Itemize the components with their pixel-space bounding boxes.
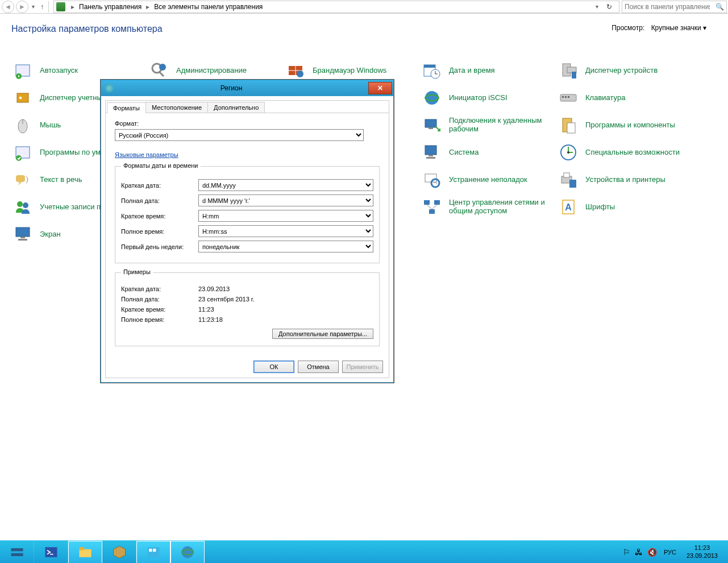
item-network-sharing[interactable]: Центр управления сетями и общим доступом	[421, 193, 557, 221]
short-date-combo[interactable]: dd.MM.yyyy	[198, 179, 373, 191]
extra-settings-button[interactable]: Дополнительные параметры...	[272, 329, 373, 339]
close-button[interactable]: ✕	[368, 82, 392, 94]
language-indicator[interactable]: РУС	[664, 549, 676, 556]
svg-rect-24	[568, 96, 569, 98]
item-device-manager[interactable]: Диспетчер устройств	[557, 57, 693, 84]
address-bar[interactable]: ▸ Панель управления ▸ Все элементы панел…	[53, 1, 619, 13]
ease-of-access-icon	[557, 141, 580, 164]
tab-advanced[interactable]: Дополнительно	[207, 102, 265, 113]
svg-rect-17	[17, 93, 28, 102]
short-time-combo[interactable]: H:mm	[198, 210, 373, 222]
admin-tools-icon	[148, 59, 170, 82]
task-server-manager[interactable]	[0, 541, 34, 564]
item-devices-printers[interactable]: Устройства и принтеры	[557, 166, 693, 193]
svg-rect-23	[565, 96, 567, 98]
dialog-titlebar[interactable]: Регион ✕	[101, 80, 393, 96]
svg-rect-47	[434, 200, 440, 205]
svg-rect-46	[424, 200, 430, 205]
item-fonts[interactable]: AШрифты	[557, 193, 693, 221]
task-box[interactable]	[102, 541, 136, 564]
svg-rect-63	[153, 548, 156, 551]
long-date-combo[interactable]: d MMMM yyyy 'г.'	[198, 194, 373, 206]
svg-rect-27	[425, 119, 436, 127]
clock[interactable]: 11:23 23.09.2013	[681, 544, 723, 559]
item-date-time[interactable]: Дата и время	[421, 57, 557, 84]
svg-rect-22	[562, 96, 564, 98]
svg-point-4	[159, 64, 166, 71]
item-iscsi[interactable]: Инициатор iSCSI	[421, 84, 557, 111]
task-control-panel[interactable]	[136, 541, 170, 564]
up-button[interactable]: ↑	[40, 3, 44, 11]
dialog-tabs: Форматы Местоположение Дополнительно	[106, 101, 389, 113]
mouse-icon	[11, 114, 34, 136]
network-tray-icon[interactable]: 🖧	[635, 548, 643, 557]
svg-point-64	[182, 546, 194, 558]
svg-point-37	[567, 151, 569, 154]
item-system[interactable]: Система	[421, 139, 557, 166]
cancel-button[interactable]: Отмена	[298, 361, 339, 373]
svg-point-32	[16, 155, 22, 161]
search-box[interactable]: 🔍	[622, 1, 727, 13]
svg-rect-58	[45, 547, 57, 557]
firewall-icon	[284, 59, 307, 82]
history-dropdown[interactable]: ▾	[32, 3, 35, 10]
user-accounts-icon	[11, 196, 34, 218]
svg-rect-59	[80, 549, 91, 557]
devices-printers-icon	[557, 168, 580, 191]
svg-point-45	[23, 202, 28, 208]
format-combo[interactable]: Русский (Россия)	[115, 129, 364, 141]
svg-rect-42	[564, 173, 569, 177]
back-button[interactable]: ◄	[2, 1, 14, 13]
page-heading: Настройка параметров компьютера	[11, 24, 717, 34]
language-link[interactable]: Языковые параметры	[115, 151, 178, 158]
forward-button[interactable]: ►	[16, 1, 28, 13]
apply-button: Применить	[342, 361, 383, 373]
svg-rect-55	[18, 239, 27, 241]
breadcrumb-1[interactable]: Панель управления	[77, 3, 144, 11]
credential-icon	[11, 86, 34, 109]
tab-location[interactable]: Местоположение	[145, 102, 208, 113]
keyboard-icon	[557, 86, 580, 109]
first-day-combo[interactable]: понедельник	[198, 241, 373, 252]
breadcrumb-2[interactable]: Все элементы панели управления	[152, 3, 265, 11]
item-ease-of-access[interactable]: Специальные возможности	[557, 139, 693, 166]
svg-rect-53	[16, 227, 30, 237]
search-icon[interactable]: 🔍	[712, 3, 727, 11]
search-input[interactable]	[622, 3, 712, 11]
svg-rect-56	[11, 548, 23, 551]
ok-button[interactable]: ОК	[253, 361, 294, 373]
svg-rect-34	[429, 155, 433, 156]
svg-rect-43	[569, 180, 576, 188]
svg-rect-35	[426, 157, 435, 159]
taskbar: ⚐ 🖧 🔇 РУС 11:23 23.09.2013	[0, 540, 728, 563]
region-dialog: Регион ✕ Форматы Местоположение Дополнит…	[101, 80, 394, 383]
long-time-combo[interactable]: H:mm:ss	[198, 225, 373, 237]
svg-rect-10	[424, 65, 435, 68]
svg-rect-30	[567, 123, 575, 133]
address-toolbar: ◄ ► ▾ ↑ ▸ Панель управления ▸ Все элемен…	[0, 0, 728, 14]
item-troubleshooting[interactable]: Устранение неполадок	[421, 166, 557, 193]
troubleshooting-icon	[421, 168, 443, 191]
examples-fieldset: Примеры Краткая дата:23.09.2013 Полная д…	[115, 272, 380, 346]
address-dropdown[interactable]: ▾	[596, 3, 598, 10]
svg-rect-33	[425, 146, 436, 155]
tab-formats[interactable]: Форматы	[107, 102, 146, 113]
task-explorer[interactable]	[68, 541, 102, 564]
svg-line-50	[432, 205, 437, 209]
svg-rect-18	[19, 97, 22, 99]
view-dropdown[interactable]: Крупные значки ▾	[651, 24, 706, 32]
refresh-button[interactable]: ↻	[602, 3, 617, 11]
dialog-title: Регион	[117, 84, 368, 92]
item-keyboard[interactable]: Клавиатура	[557, 84, 693, 111]
globe-icon	[105, 84, 114, 93]
flag-icon[interactable]: ⚐	[623, 548, 630, 557]
control-panel-icon	[56, 2, 65, 11]
task-region[interactable]	[170, 541, 205, 564]
item-programs-features[interactable]: Программы и компоненты	[557, 111, 693, 139]
task-powershell[interactable]	[34, 541, 68, 564]
sound-tray-icon[interactable]: 🔇	[647, 548, 657, 557]
svg-rect-60	[80, 547, 85, 550]
svg-rect-54	[20, 237, 25, 238]
svg-rect-39	[425, 174, 436, 182]
item-remote-desktop[interactable]: Подключения к удаленным рабочим	[421, 111, 557, 139]
